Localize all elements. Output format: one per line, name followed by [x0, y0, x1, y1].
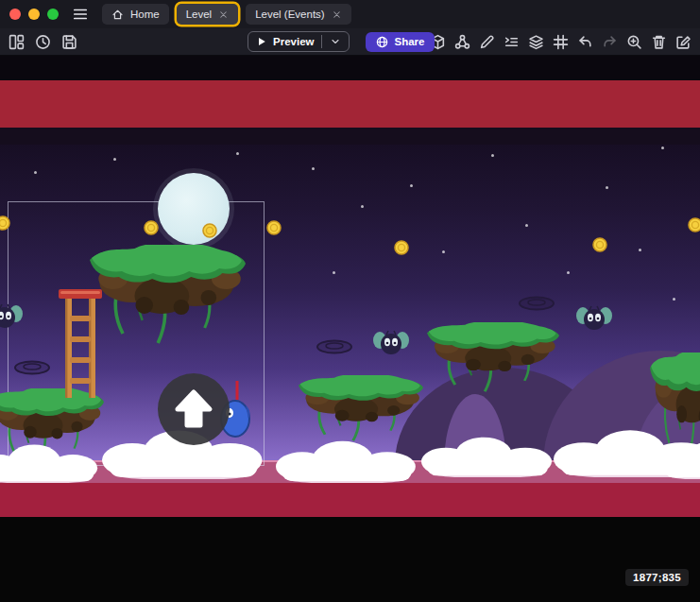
- star: [333, 271, 335, 274]
- undo-icon[interactable]: [577, 34, 593, 50]
- app-window: HomeLevelLevel (Events) Preview Share 18…: [0, 0, 700, 602]
- coin[interactable]: [202, 223, 217, 238]
- red-banner-block[interactable]: [0, 80, 700, 128]
- ground-red-strip[interactable]: [0, 483, 700, 517]
- star: [525, 224, 528, 227]
- star: [606, 186, 608, 189]
- tab-bar: HomeLevelLevel (Events): [102, 4, 351, 25]
- zoom-in-icon[interactable]: [626, 34, 642, 50]
- flying-enemy[interactable]: [576, 303, 612, 334]
- share-label: Share: [394, 36, 424, 47]
- chevron-down-icon[interactable]: [330, 36, 341, 47]
- properties-icon[interactable]: [504, 34, 520, 50]
- preview-button[interactable]: Preview: [248, 31, 350, 52]
- edit-scene-icon[interactable]: [675, 34, 691, 50]
- star: [491, 154, 494, 157]
- star: [673, 298, 675, 301]
- tab-label: Level (Events): [255, 9, 325, 20]
- star: [236, 152, 239, 155]
- coin[interactable]: [688, 217, 700, 232]
- layers-icon[interactable]: [528, 34, 544, 50]
- history-icon[interactable]: [35, 34, 51, 50]
- preview-label: Preview: [273, 36, 314, 47]
- close-icon[interactable]: [332, 9, 342, 20]
- ladder[interactable]: [59, 289, 102, 398]
- floating-island[interactable]: [90, 245, 246, 347]
- flying-enemy[interactable]: [373, 328, 409, 358]
- flying-enemy[interactable]: [0, 301, 23, 332]
- star: [567, 271, 570, 274]
- cloud[interactable]: [276, 438, 418, 483]
- floating-island[interactable]: [299, 375, 423, 443]
- coin[interactable]: [266, 220, 282, 235]
- dark-strip: [0, 128, 700, 145]
- top-black-strip: [0, 56, 700, 80]
- minimize-window-button[interactable]: [28, 9, 40, 20]
- edit-icon[interactable]: [479, 34, 495, 50]
- star: [661, 146, 664, 149]
- star: [410, 184, 413, 187]
- star: [361, 205, 364, 208]
- zoom-window-button[interactable]: [47, 9, 59, 20]
- toolbar-left: [9, 34, 77, 50]
- cursor-coordinates: 1877;835: [625, 569, 689, 586]
- divider: [321, 35, 322, 48]
- tab-label: Home: [130, 9, 160, 20]
- tab-level-events[interactable]: Level (Events): [246, 4, 351, 25]
- share-button[interactable]: Share: [366, 32, 435, 52]
- tab-home[interactable]: Home: [102, 4, 169, 25]
- spawn-ring[interactable]: [518, 296, 555, 311]
- cloud[interactable]: [421, 434, 554, 477]
- cloud[interactable]: [661, 439, 700, 479]
- home-icon: [111, 9, 124, 21]
- coin[interactable]: [394, 240, 409, 255]
- star: [113, 158, 116, 161]
- star: [442, 250, 445, 253]
- coin[interactable]: [144, 220, 159, 235]
- save-icon[interactable]: [61, 34, 77, 50]
- bottom-black-area: [0, 517, 700, 602]
- window-controls: [9, 9, 59, 20]
- star: [639, 249, 641, 251]
- spawn-ring[interactable]: [316, 339, 353, 354]
- trash-icon[interactable]: [651, 34, 667, 50]
- globe-icon: [376, 36, 388, 48]
- floating-island[interactable]: [427, 322, 559, 394]
- grid-icon[interactable]: [553, 34, 569, 50]
- toolbar: Preview Share: [0, 28, 700, 56]
- star: [312, 167, 315, 170]
- tab-label: Level: [186, 9, 213, 20]
- touch-up-arrow-button[interactable]: [158, 373, 230, 445]
- scene-canvas[interactable]: 1877;835: [0, 56, 700, 602]
- toolbar-center: Preview Share: [248, 28, 435, 55]
- cloud[interactable]: [0, 441, 99, 483]
- menu-icon[interactable]: [72, 6, 89, 23]
- title-bar: HomeLevelLevel (Events): [0, 0, 700, 28]
- close-icon[interactable]: [218, 9, 229, 20]
- tab-level[interactable]: Level: [177, 4, 239, 25]
- instances-icon[interactable]: [454, 34, 470, 50]
- star: [34, 171, 37, 174]
- coin[interactable]: [592, 237, 607, 252]
- coin[interactable]: [0, 215, 10, 231]
- toolbar-right: [430, 34, 691, 50]
- play-icon: [256, 36, 267, 47]
- close-window-button[interactable]: [9, 9, 21, 20]
- layout-panels-icon[interactable]: [9, 34, 25, 50]
- moon[interactable]: [158, 173, 230, 245]
- redo-icon[interactable]: [602, 34, 618, 50]
